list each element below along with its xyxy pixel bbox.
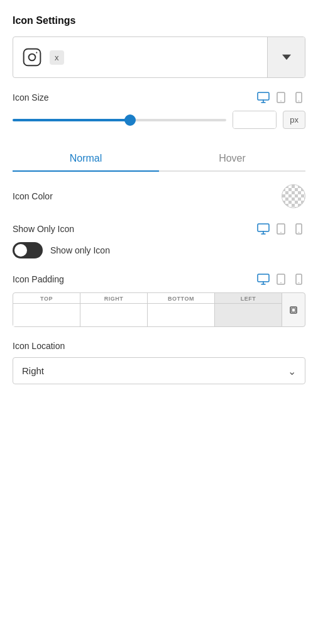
padding-bottom-label: BOTTOM: [148, 293, 214, 304]
svg-rect-19: [292, 308, 295, 312]
icon-selector: x: [13, 36, 305, 78]
icon-size-input-box: ▲ ▼: [233, 111, 277, 129]
show-only-icon-row: Show Only Icon: [13, 222, 305, 236]
svg-rect-3: [258, 92, 269, 100]
tab-hover[interactable]: Hover: [159, 147, 305, 170]
padding-tablet-icon[interactable]: [274, 272, 288, 286]
icon-padding-label: Icon Padding: [13, 274, 64, 284]
padding-top-input[interactable]: [13, 304, 80, 326]
icon-padding-row: Icon Padding: [13, 272, 305, 286]
icon-size-label: Icon Size: [13, 92, 49, 103]
icon-size-row: Icon Size: [13, 91, 305, 104]
icon-location-select[interactable]: Left Right Top Bottom: [13, 358, 305, 384]
padding-right-label: RIGHT: [80, 293, 147, 304]
page-title: Icon Settings: [13, 15, 305, 26]
svg-point-10: [280, 232, 282, 233]
icon-padding-device-icons: [256, 272, 305, 286]
padding-left-label: LEFT: [215, 293, 282, 304]
padding-bottom-field: BOTTOM: [147, 292, 215, 327]
slider-track: [13, 119, 226, 121]
show-only-mobile-icon[interactable]: [292, 222, 305, 236]
icon-size-unit: px: [283, 111, 305, 129]
icon-padding-inputs: TOP RIGHT BOTTOM LEFT: [13, 292, 305, 327]
padding-left-input[interactable]: [215, 304, 282, 326]
icon-color-row: Icon Color: [13, 184, 305, 208]
slider-fill: [13, 119, 130, 121]
svg-point-5: [280, 101, 282, 102]
state-tabs: Normal Hover: [13, 147, 305, 172]
svg-rect-0: [24, 49, 41, 66]
svg-rect-8: [258, 224, 269, 231]
icon-color-swatch[interactable]: [282, 184, 305, 208]
icon-location-select-wrapper: Left Right Top Bottom ⌄: [13, 357, 305, 384]
desktop-icon[interactable]: [256, 91, 270, 104]
icon-remove-button[interactable]: x: [50, 50, 64, 65]
show-only-icon-label: Show Only Icon: [13, 224, 74, 234]
icon-size-number-input[interactable]: [233, 111, 277, 128]
slider-thumb[interactable]: [124, 114, 136, 126]
icon-selector-main: x: [13, 37, 267, 77]
icon-size-slider[interactable]: [13, 114, 226, 126]
padding-bottom-input[interactable]: [148, 304, 214, 326]
svg-point-17: [298, 282, 299, 284]
svg-point-2: [36, 52, 37, 53]
icon-size-device-icons: [256, 91, 305, 104]
show-only-icon-toggle-row: Show only Icon: [13, 242, 305, 258]
padding-right-input[interactable]: [80, 304, 147, 326]
padding-mobile-icon[interactable]: [292, 272, 305, 286]
padding-left-field: LEFT: [214, 292, 282, 327]
mobile-icon[interactable]: [292, 91, 305, 104]
padding-link-button[interactable]: [282, 292, 305, 327]
toggle-thumb: [14, 244, 27, 257]
tab-normal[interactable]: Normal: [13, 147, 159, 170]
icon-location-label: Icon Location: [13, 341, 305, 351]
padding-right-field: RIGHT: [80, 292, 148, 327]
icon-size-slider-row: ▲ ▼ px: [13, 111, 305, 129]
padding-desktop-icon[interactable]: [256, 272, 270, 286]
svg-rect-13: [258, 274, 269, 282]
svg-point-1: [29, 54, 36, 61]
show-only-desktop-icon[interactable]: [256, 222, 270, 236]
icon-color-label: Icon Color: [13, 191, 53, 201]
show-only-icon-device-icons: [256, 222, 305, 236]
svg-point-7: [298, 101, 299, 102]
tablet-icon[interactable]: [274, 91, 288, 104]
show-only-icon-toggle[interactable]: [13, 242, 43, 258]
svg-point-15: [280, 282, 282, 284]
toggle-label: Show only Icon: [50, 245, 110, 255]
padding-top-field: TOP: [13, 292, 80, 327]
svg-point-12: [298, 232, 299, 233]
instagram-icon: [21, 46, 43, 69]
padding-top-label: TOP: [13, 293, 80, 304]
show-only-tablet-icon[interactable]: [274, 222, 288, 236]
icon-dropdown-button[interactable]: [267, 37, 305, 77]
